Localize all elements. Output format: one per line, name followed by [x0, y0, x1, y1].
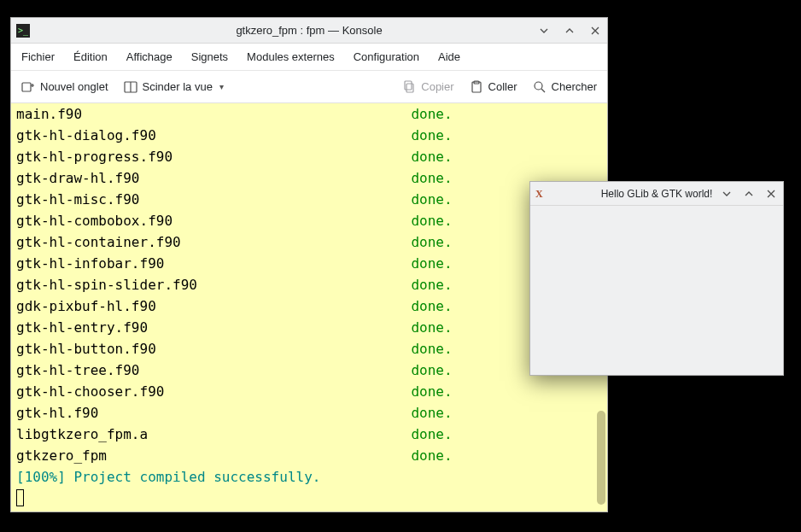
gtk-titlebar[interactable]: X Hello GLib & GTK world! [530, 182, 783, 206]
file-name: gtkzero_fpm [16, 447, 411, 464]
scrollbar[interactable] [597, 411, 605, 505]
file-name: gtk-hl-progress.f90 [16, 149, 411, 165]
search-icon [533, 80, 547, 94]
split-view-label: Scinder la vue [143, 80, 213, 93]
gtk-window-controls [720, 187, 778, 201]
menu-plugins[interactable]: Modules externes [247, 50, 335, 63]
file-name: main.f90 [16, 106, 411, 122]
menu-help[interactable]: Aide [438, 50, 460, 63]
chevron-down-icon [539, 26, 549, 36]
file-name: gtk-draw-hl.f90 [16, 170, 411, 186]
file-name: gtk-hl.f90 [16, 405, 411, 421]
close-icon [766, 189, 776, 199]
status-done: done. [411, 127, 452, 143]
menu-settings[interactable]: Configuration [354, 50, 419, 63]
terminal-line: gtk-hl-progress.f90 done. [16, 146, 602, 167]
gtk-close-button[interactable] [764, 187, 778, 201]
terminal-line: gtk-hl-combobox.f90 done. [16, 210, 602, 231]
search-button[interactable]: Chercher [533, 80, 597, 94]
terminal-line: gtk-hl-misc.f90 done. [16, 189, 602, 210]
svg-rect-4 [406, 84, 413, 92]
new-tab-button[interactable]: Nouvel onglet [21, 80, 108, 94]
terminal-line: gtk-hl.f90 done. [16, 402, 602, 424]
terminal-line: gtk-hl-chooser.f90 done. [16, 381, 602, 402]
terminal-area[interactable]: main.f90 done.gtk-hl-dialog.f90 done.gtk… [11, 103, 607, 512]
terminal-line: gtk-hl-button.f90 done. [16, 338, 602, 360]
chevron-up-icon [744, 189, 754, 199]
menu-edit[interactable]: Édition [73, 50, 108, 63]
menubar: Fichier Édition Affichage Signets Module… [11, 44, 607, 71]
new-tab-label: Nouvel onglet [40, 80, 108, 93]
svg-rect-3 [405, 81, 412, 90]
titlebar[interactable]: >_ gtkzero_fpm : fpm — Konsole [11, 18, 607, 44]
status-done: done. [411, 298, 452, 314]
file-name: gtk-hl-dialog.f90 [16, 127, 411, 143]
maximize-button[interactable] [563, 24, 576, 38]
status-done: done. [411, 170, 452, 186]
terminal-line: gdk-pixbuf-hl.f90 done. [16, 295, 602, 317]
file-name: gtk-hl-chooser.f90 [16, 383, 411, 400]
status-done: done. [411, 447, 452, 464]
file-name: gtk-hl-infobar.f90 [16, 255, 411, 272]
copy-button[interactable]: Copier [402, 80, 453, 94]
file-name: gtk-hl-container.f90 [16, 234, 411, 250]
minimize-button[interactable] [537, 24, 551, 38]
terminal-app-icon: >_ [16, 24, 30, 38]
status-done: done. [411, 277, 452, 293]
terminal-line: gtk-hl-dialog.f90 done. [16, 125, 602, 146]
split-view-button[interactable]: Scinder la vue ▾ [124, 80, 224, 94]
status-done: done. [411, 362, 452, 378]
status-done: done. [411, 341, 452, 357]
copy-label: Copier [421, 80, 453, 93]
file-name: gtk-hl-button.f90 [16, 341, 411, 357]
file-name: gtk-hl-combobox.f90 [16, 213, 411, 229]
file-name: gtk-hl-entry.f90 [16, 319, 411, 336]
terminal-line: gtk-hl-entry.f90 done. [16, 317, 602, 338]
terminal-line: gtkzero_fpm done. [16, 445, 602, 466]
chevron-down-icon: ▾ [219, 82, 224, 91]
terminal-line: gtk-hl-container.f90 done. [16, 231, 602, 253]
split-view-icon [124, 80, 137, 94]
window-controls [537, 24, 602, 38]
terminal-line: gtk-hl-tree.f90 done. [16, 360, 602, 381]
status-done: done. [411, 106, 452, 122]
svg-rect-0 [22, 83, 31, 91]
konsole-window: >_ gtkzero_fpm : fpm — Konsole Fichier É… [10, 17, 608, 512]
paste-label: Coller [488, 80, 517, 93]
paste-button[interactable]: Coller [470, 80, 517, 94]
status-done: done. [411, 255, 452, 272]
status-done: done. [411, 319, 452, 336]
menu-view[interactable]: Affichage [126, 50, 172, 63]
terminal-line: libgtkzero_fpm.a done. [16, 424, 602, 445]
terminal-line: gtk-draw-hl.f90 done. [16, 167, 602, 189]
menu-bookmarks[interactable]: Signets [191, 50, 228, 63]
gtk-minimize-button[interactable] [720, 187, 734, 201]
status-done: done. [411, 405, 452, 421]
close-icon [590, 26, 600, 36]
paste-icon [470, 80, 483, 94]
chevron-down-icon [722, 189, 732, 199]
status-done: done. [411, 426, 452, 442]
progress-line: [100%] Project compiled successfully. [16, 466, 602, 488]
gtk-hello-window: X Hello GLib & GTK world! [529, 181, 784, 376]
gtk-maximize-button[interactable] [742, 187, 756, 201]
file-name: gdk-pixbuf-hl.f90 [16, 298, 411, 314]
search-label: Chercher [552, 80, 597, 93]
status-done: done. [411, 383, 452, 400]
status-done: done. [411, 234, 452, 250]
toolbar: Nouvel onglet Scinder la vue ▾ Copier Co… [11, 71, 607, 103]
status-done: done. [411, 213, 452, 229]
svg-point-7 [535, 82, 542, 90]
close-button[interactable] [588, 24, 602, 38]
file-name: libgtkzero_fpm.a [16, 426, 411, 442]
prompt-line [16, 488, 602, 509]
status-done: done. [411, 149, 452, 165]
file-name: gtk-hl-spin-slider.f90 [16, 277, 411, 293]
file-name: gtk-hl-tree.f90 [16, 362, 411, 378]
window-title: gtkzero_fpm : fpm — Konsole [11, 24, 607, 37]
gtk-app-icon: X [535, 188, 547, 200]
new-tab-icon [21, 80, 35, 94]
copy-icon [402, 80, 416, 94]
menu-file[interactable]: Fichier [21, 50, 55, 63]
chevron-up-icon [564, 26, 575, 36]
